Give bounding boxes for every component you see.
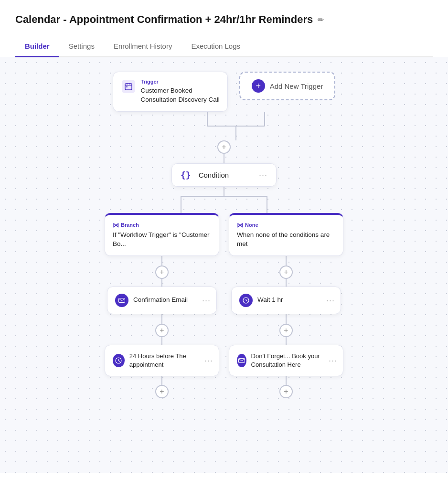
wait-24hr-clock-icon: [113, 354, 125, 367]
trigger-label: Trigger: [141, 79, 220, 85]
branch-row: ⋈ Branch If "Workflow Trigger" is "Custo…: [0, 213, 448, 398]
v-line-conf-email: [161, 314, 162, 324]
tab-enrollment-history[interactable]: Enrollment History: [104, 37, 182, 57]
wait-1hr-clock-icon: [239, 294, 253, 307]
title-row: Calendar - Appointment Confirmation + 24…: [15, 13, 433, 26]
v-line-24hr: [161, 376, 162, 385]
confirmation-email-menu[interactable]: ···: [202, 295, 211, 305]
svg-line-19: [246, 300, 247, 301]
v-line-1hr: [286, 314, 287, 324]
trigger-title: Customer Booked Consultation Discovery C…: [141, 86, 220, 105]
add-trigger-card[interactable]: + Add New Trigger: [239, 72, 336, 100]
add-node-plus-1[interactable]: +: [217, 140, 231, 154]
trigger-card[interactable]: Trigger Customer Booked Consultation Dis…: [113, 72, 228, 112]
header: Calendar - Appointment Confirmation + 24…: [0, 0, 448, 57]
trigger-calendar-icon: [121, 79, 136, 94]
branch-col-left: ⋈ Branch If "Workflow Trigger" is "Custo…: [105, 213, 219, 398]
add-trigger-plus-icon: +: [252, 79, 265, 93]
add-node-plus-after-1hr[interactable]: +: [279, 324, 293, 337]
canvas: Trigger Customer Booked Consultation Dis…: [0, 57, 448, 473]
v-line-conf-email-2: [161, 337, 162, 345]
v-line-dont-forget: [286, 376, 287, 385]
none-label: ⋈ None: [237, 222, 335, 229]
page-title: Calendar - Appointment Confirmation + 24…: [15, 13, 313, 26]
wait-24hr-card[interactable]: 24 Hours before The appointment ···: [105, 345, 219, 376]
dont-forget-card[interactable]: Don't Forget... Book your Consultation H…: [229, 345, 343, 376]
svg-line-16: [118, 361, 120, 361]
none-description: When none of the conditions are met: [237, 231, 335, 249]
dont-forget-email-icon: [237, 354, 246, 367]
confirmation-email-label: Confirmation Email: [133, 296, 188, 305]
add-node-plus-branch-left[interactable]: +: [155, 266, 169, 279]
condition-menu-icon[interactable]: ···: [259, 170, 267, 180]
none-card[interactable]: ⋈ None When none of the conditions are m…: [229, 213, 343, 256]
wait-24hr-label: 24 Hours before The appointment: [129, 352, 211, 369]
wait-1hr-menu[interactable]: ···: [326, 295, 335, 305]
add-node-plus-none[interactable]: +: [279, 266, 293, 279]
wait-1hr-card[interactable]: Wait 1 hr ···: [231, 287, 341, 314]
branch-description: If "Workflow Trigger" is "Customer Bo...: [113, 231, 211, 249]
v-line-branch-left: [161, 256, 162, 266]
branch-card[interactable]: ⋈ Branch If "Workflow Trigger" is "Custo…: [105, 213, 219, 256]
dont-forget-label: Don't Forget... Book your Consultation H…: [251, 352, 335, 369]
page-wrapper: Calendar - Appointment Confirmation + 24…: [0, 0, 448, 489]
v-line-1hr-2: [286, 337, 287, 345]
trigger-row: Trigger Customer Booked Consultation Dis…: [0, 72, 448, 112]
v-line-branch-left-2: [161, 279, 162, 287]
condition-label: Condition: [199, 171, 229, 179]
tab-builder[interactable]: Builder: [15, 37, 59, 57]
workflow: Trigger Customer Booked Consultation Dis…: [0, 72, 448, 398]
add-node-plus-after-24hr[interactable]: +: [155, 385, 169, 398]
tabs: Builder Settings Enrollment History Exec…: [15, 37, 433, 57]
v-line-none-right: [286, 256, 287, 266]
condition-card[interactable]: {} Condition ···: [171, 163, 277, 187]
confirmation-email-card[interactable]: Confirmation Email ···: [107, 287, 217, 314]
branch-label: ⋈ Branch: [113, 222, 211, 229]
v-line-none-right-2: [286, 279, 287, 287]
add-node-plus-after-email[interactable]: +: [155, 324, 169, 337]
trigger-to-condition-connector: [152, 112, 296, 140]
v-line-1: [224, 154, 224, 163]
add-node-plus-after-dont-forget[interactable]: +: [279, 385, 293, 398]
add-trigger-label: Add New Trigger: [270, 82, 323, 90]
tab-settings[interactable]: Settings: [59, 37, 104, 57]
svg-rect-4: [126, 86, 128, 87]
branch-col-right: ⋈ None When none of the conditions are m…: [229, 213, 343, 398]
dont-forget-menu[interactable]: ···: [329, 355, 337, 365]
tab-execution-logs[interactable]: Execution Logs: [181, 37, 250, 57]
condition-to-branches-connector: [133, 187, 315, 213]
edit-icon[interactable]: ✏: [318, 15, 324, 24]
condition-braces-icon: {}: [181, 170, 191, 180]
wait-1hr-label: Wait 1 hr: [257, 296, 283, 305]
confirmation-email-icon: [115, 294, 128, 307]
wait-24hr-menu[interactable]: ···: [204, 355, 213, 365]
